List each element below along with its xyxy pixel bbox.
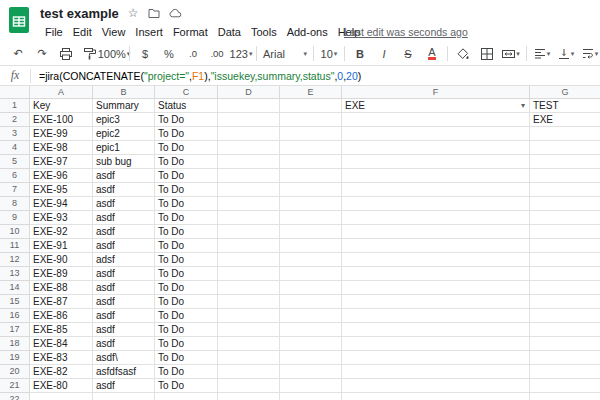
cell-summary[interactable]: asdf <box>93 169 155 183</box>
cell-key[interactable]: EXE-94 <box>30 197 93 211</box>
row-header[interactable]: 7 <box>0 183 30 197</box>
row-header[interactable]: 12 <box>0 253 30 267</box>
more-formats-button[interactable]: 123▾ <box>229 45 253 63</box>
cell-key[interactable]: EXE-88 <box>30 281 93 295</box>
column-header-a[interactable]: A <box>30 86 93 99</box>
cell-summary[interactable]: sub bug <box>93 155 155 169</box>
row-header[interactable]: 10 <box>0 225 30 239</box>
cell-status[interactable] <box>155 393 218 400</box>
cell-d[interactable] <box>218 239 280 253</box>
cell-g[interactable] <box>530 337 600 351</box>
cell-summary[interactable]: asdf <box>93 309 155 323</box>
undo-button[interactable]: ↶ <box>6 45 30 63</box>
cell-f[interactable] <box>342 169 530 183</box>
data-validation-dropdown-icon[interactable]: ▾ <box>521 99 525 112</box>
cell-e[interactable] <box>280 127 342 141</box>
row-header[interactable]: 4 <box>0 141 30 155</box>
cell-d[interactable] <box>218 225 280 239</box>
cell-g[interactable] <box>530 351 600 365</box>
cell-key[interactable]: EXE-95 <box>30 183 93 197</box>
cell-g[interactable] <box>530 393 600 400</box>
cell-f[interactable] <box>342 239 530 253</box>
cell-f[interactable] <box>342 365 530 379</box>
cell-key[interactable]: EXE-89 <box>30 267 93 281</box>
last-edit-link[interactable]: Last edit was seconds ago <box>344 26 468 38</box>
cell-d1[interactable] <box>218 99 280 113</box>
cell-key[interactable]: EXE-83 <box>30 351 93 365</box>
cell-g[interactable] <box>530 253 600 267</box>
text-color-button[interactable]: A <box>420 45 444 63</box>
cell-f[interactable] <box>342 351 530 365</box>
row-header[interactable]: 20 <box>0 365 30 379</box>
cell-d[interactable] <box>218 351 280 365</box>
cell-e[interactable] <box>280 323 342 337</box>
font-select[interactable]: Arial▾ <box>260 45 310 63</box>
cell-status[interactable]: To Do <box>155 169 218 183</box>
cell-e1[interactable] <box>280 99 342 113</box>
row-header[interactable]: 5 <box>0 155 30 169</box>
font-size-select[interactable]: 10▾ <box>317 45 341 63</box>
cell-key[interactable]: EXE-96 <box>30 169 93 183</box>
cell-summary[interactable]: asdf <box>93 267 155 281</box>
italic-button[interactable]: I <box>372 45 396 63</box>
cell-status[interactable]: To Do <box>155 113 218 127</box>
cell-f[interactable] <box>342 183 530 197</box>
document-title[interactable]: test example <box>40 6 119 21</box>
cell-key[interactable]: EXE-86 <box>30 309 93 323</box>
row-header[interactable]: 22 <box>0 393 30 400</box>
cell-status[interactable]: To Do <box>155 197 218 211</box>
menu-item[interactable]: Format <box>168 25 213 39</box>
row-header[interactable]: 6 <box>0 169 30 183</box>
cell-summary[interactable]: asdf <box>93 281 155 295</box>
zoom-select[interactable]: 100%▾ <box>102 45 126 63</box>
cell-d[interactable] <box>218 379 280 393</box>
cell-status[interactable]: To Do <box>155 267 218 281</box>
cell-g[interactable] <box>530 365 600 379</box>
cell-g[interactable] <box>530 197 600 211</box>
cell-e[interactable] <box>280 197 342 211</box>
menu-item[interactable]: Tools <box>246 25 282 39</box>
cell-key[interactable]: EXE-80 <box>30 379 93 393</box>
cell-g[interactable] <box>530 183 600 197</box>
cell-status[interactable]: To Do <box>155 379 218 393</box>
cell-status[interactable]: To Do <box>155 127 218 141</box>
cell-key[interactable]: EXE-100 <box>30 113 93 127</box>
cell-e[interactable] <box>280 295 342 309</box>
cell-e[interactable] <box>280 113 342 127</box>
cloud-status-icon[interactable] <box>169 8 182 18</box>
cell-g[interactable] <box>530 281 600 295</box>
cell-d[interactable] <box>218 113 280 127</box>
merge-cells-button[interactable]: ▾ <box>499 45 523 63</box>
cell-summary[interactable]: asdf <box>93 197 155 211</box>
cell-g[interactable] <box>530 239 600 253</box>
column-header-d[interactable]: D <box>218 86 280 99</box>
cell-key[interactable]: EXE-92 <box>30 225 93 239</box>
row-header[interactable]: 17 <box>0 323 30 337</box>
text-wrap-button[interactable]: ▾ <box>578 45 600 63</box>
cell-f[interactable] <box>342 281 530 295</box>
cell-key[interactable]: EXE-85 <box>30 323 93 337</box>
menu-item[interactable]: View <box>97 25 131 39</box>
cell-key[interactable]: EXE-97 <box>30 155 93 169</box>
cell-f[interactable] <box>342 225 530 239</box>
cell-d[interactable] <box>218 183 280 197</box>
cell-status[interactable]: To Do <box>155 323 218 337</box>
borders-button[interactable] <box>475 45 499 63</box>
cell-status[interactable]: To Do <box>155 155 218 169</box>
row-header[interactable]: 14 <box>0 281 30 295</box>
cell-f[interactable] <box>342 295 530 309</box>
decrease-decimal-button[interactable]: .0 <box>181 45 205 63</box>
cell-status[interactable]: To Do <box>155 281 218 295</box>
format-percent-button[interactable]: % <box>157 45 181 63</box>
cell-summary[interactable]: asdf <box>93 323 155 337</box>
fill-color-button[interactable] <box>451 45 475 63</box>
cell-summary[interactable] <box>93 393 155 400</box>
cell-key[interactable]: EXE-99 <box>30 127 93 141</box>
cell-d[interactable] <box>218 365 280 379</box>
cell-g[interactable]: EXE <box>530 113 600 127</box>
cell-e[interactable] <box>280 365 342 379</box>
cell-e[interactable] <box>280 239 342 253</box>
cell-d[interactable] <box>218 211 280 225</box>
row-header[interactable]: 3 <box>0 127 30 141</box>
cell-g[interactable] <box>530 295 600 309</box>
